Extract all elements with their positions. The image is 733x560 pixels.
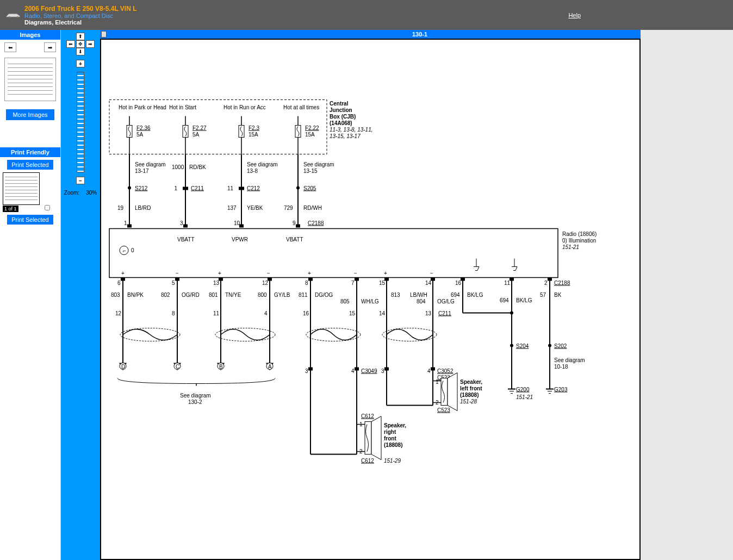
svg-text:GY/LB: GY/LB: [274, 292, 290, 298]
svg-text:F2.22: F2.22: [305, 125, 319, 131]
svg-text:0) Illumination: 0) Illumination: [562, 238, 596, 244]
svg-point-0: [9, 16, 10, 17]
svg-text:10: 10: [234, 220, 240, 226]
zoom-out-button[interactable]: −: [76, 177, 85, 184]
svg-text:14: 14: [425, 280, 432, 286]
svg-text:(18808): (18808): [384, 442, 402, 448]
svg-marker-106: [268, 278, 272, 281]
svg-marker-58: [239, 225, 244, 228]
svg-point-202: [548, 344, 551, 347]
cjb-name-2: Junction: [330, 107, 352, 113]
svg-text:C612: C612: [361, 413, 374, 419]
svg-text:C: C: [176, 364, 179, 370]
svg-text:G203: G203: [554, 387, 568, 393]
svg-text:11: 11: [227, 185, 234, 191]
print-selected-button-1[interactable]: Print Selected: [7, 160, 53, 170]
svg-text:2: 2: [359, 449, 363, 455]
svg-text:F2.3: F2.3: [249, 125, 259, 131]
svg-text:9: 9: [293, 220, 296, 226]
svg-text:Hot in Park or Head: Hot in Park or Head: [119, 104, 166, 110]
svg-text:B: B: [219, 364, 223, 370]
svg-text:+: +: [218, 270, 221, 276]
select-page-checkbox[interactable]: [45, 205, 50, 210]
svg-marker-107: [308, 278, 313, 281]
svg-text:15: 15: [349, 310, 356, 316]
zoom-value: 30%: [86, 190, 97, 196]
svg-marker-170: [384, 368, 389, 371]
cjb-name-1: Central: [330, 101, 349, 107]
svg-text:804: 804: [417, 298, 426, 304]
svg-text:13: 13: [425, 310, 432, 316]
svg-point-137: [510, 312, 513, 315]
svg-text:5A: 5A: [136, 132, 144, 138]
system-subtitle[interactable]: Radio, Stereo, and Compact Disc: [24, 13, 137, 19]
pan-right-button[interactable]: ➡: [86, 40, 95, 48]
svg-text:151-21: 151-21: [562, 244, 579, 250]
svg-text:DG/OG: DG/OG: [315, 292, 333, 298]
svg-text:1: 1: [124, 220, 127, 226]
svg-text:7: 7: [351, 280, 355, 286]
pan-left-button[interactable]: ⬅: [66, 40, 75, 48]
svg-marker-167: [355, 368, 359, 371]
svg-point-200: [510, 344, 513, 347]
svg-text:left front: left front: [460, 385, 482, 391]
svg-text:+: +: [308, 270, 311, 276]
svg-text:3: 3: [305, 368, 308, 374]
svg-text:1: 1: [174, 185, 177, 191]
help-link[interactable]: Help: [568, 12, 581, 18]
svg-marker-112: [510, 278, 514, 281]
svg-text:12: 12: [262, 280, 269, 286]
svg-text:C2188: C2188: [554, 280, 570, 286]
svg-text:C3049: C3049: [361, 368, 377, 374]
svg-text:WH/LG: WH/LG: [361, 298, 379, 304]
section-subtitle: Diagrams, Electrical: [24, 19, 137, 26]
image-thumbnail[interactable]: [4, 58, 56, 101]
pan-up-button[interactable]: ⬆: [76, 33, 85, 40]
svg-text:C211: C211: [438, 310, 451, 316]
svg-text:BK: BK: [554, 292, 562, 298]
svg-text:811: 811: [299, 292, 308, 298]
svg-rect-179: [441, 378, 448, 406]
svg-text:3: 3: [180, 220, 183, 226]
svg-text:⌐: ⌐: [123, 248, 126, 254]
svg-text:−: −: [430, 270, 433, 276]
zoom-label-text: Zoom:: [64, 190, 79, 196]
svg-text:15A: 15A: [305, 132, 315, 138]
more-images-button[interactable]: More Images: [6, 109, 54, 120]
svg-marker-40: [239, 187, 244, 190]
fuse-group: Hot in Park or Head F2.36 5A Hot in Star…: [119, 104, 319, 154]
svg-text:OG/LG: OG/LG: [437, 298, 455, 304]
svg-marker-57: [183, 225, 188, 228]
print-selected-button-2[interactable]: Print Selected: [7, 215, 53, 225]
diagram-area: 130-1 Central Junction Box (CJB) (14A068…: [100, 30, 733, 560]
svg-text:3: 3: [381, 368, 384, 374]
svg-text:BN/PK: BN/PK: [127, 292, 144, 298]
cjb-part: (14A068): [330, 120, 352, 126]
svg-text:15: 15: [379, 280, 386, 286]
svg-text:C523: C523: [437, 407, 450, 413]
images-header: Images: [0, 30, 60, 40]
svg-marker-37: [183, 187, 188, 190]
svg-text:11: 11: [213, 310, 220, 316]
svg-text:C212: C212: [247, 185, 260, 191]
svg-text:A: A: [268, 364, 272, 370]
prev-image-button[interactable]: ⬅: [4, 42, 16, 52]
zoom-slider[interactable]: [77, 72, 84, 172]
svg-text:16: 16: [303, 310, 309, 316]
svg-text:2: 2: [544, 280, 548, 286]
print-thumbnail[interactable]: [3, 172, 40, 205]
cjb-ref-2: 13-15, 13-17: [330, 133, 361, 139]
svg-text:10-18: 10-18: [554, 364, 568, 370]
next-image-button[interactable]: ➡: [44, 42, 56, 52]
zoom-in-button[interactable]: +: [76, 60, 85, 67]
svg-text:BK/LG: BK/LG: [467, 292, 483, 298]
svg-text:OG/RD: OG/RD: [182, 292, 200, 298]
svg-text:57: 57: [540, 292, 546, 298]
svg-text:RD/BK: RD/BK: [189, 164, 206, 170]
pan-center-button[interactable]: ✥: [76, 40, 85, 48]
svg-text:C612: C612: [361, 458, 374, 464]
wiring-diagram[interactable]: Central Junction Box (CJB) (14A068) 11-3…: [100, 39, 641, 560]
header-text-block: 2006 Ford Truck E 250 V8-5.4L VIN L Radi…: [24, 5, 137, 26]
pan-down-button[interactable]: ⬇: [76, 48, 85, 55]
svg-text:RD/WH: RD/WH: [303, 205, 322, 211]
